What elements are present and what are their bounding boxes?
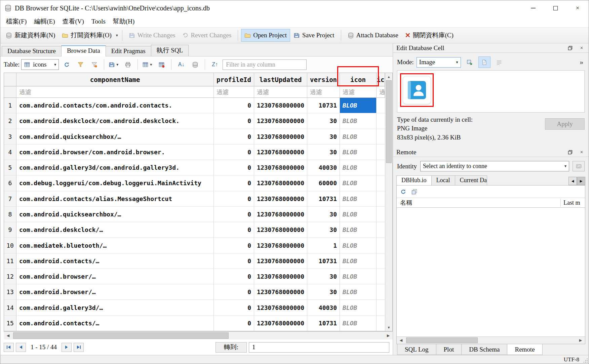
- cell-componentName[interactable]: com.android.browser/…: [16, 269, 214, 284]
- table-row[interactable]: 1 com.android.contacts/com.android.conta…: [4, 98, 385, 113]
- last-record-button[interactable]: [74, 343, 84, 352]
- import-data-button[interactable]: [464, 56, 476, 68]
- cell-icon[interactable]: BLOB: [340, 284, 377, 300]
- remote-tab-current-database[interactable]: Current Dat: [455, 175, 487, 185]
- cell-version[interactable]: 30: [307, 284, 340, 300]
- cell-profileId[interactable]: 0: [214, 129, 254, 145]
- cell-lastUpdated[interactable]: 1230768000000: [254, 207, 307, 222]
- new-database-button[interactable]: 新建資料庫(N): [2, 28, 58, 42]
- table-select[interactable]: icons ▾: [21, 59, 59, 70]
- cell-componentName[interactable]: com.android.browser/com.android.browser.: [16, 145, 214, 160]
- open-project-button[interactable]: Open Project: [241, 29, 290, 42]
- cell-lastUpdated[interactable]: 1230768000000: [254, 316, 307, 331]
- cell-icon[interactable]: BLOB: [340, 316, 377, 331]
- cell-icon[interactable]: BLOB: [340, 145, 377, 160]
- remote-refresh-button[interactable]: [400, 189, 406, 195]
- filter-partial[interactable]: 過濾: [377, 86, 385, 98]
- cell-icon[interactable]: BLOB: [340, 238, 377, 253]
- row-number-cell[interactable]: 13: [4, 284, 16, 300]
- cell-lastUpdated[interactable]: 1230768000000: [254, 191, 307, 207]
- scroll-right-button[interactable]: ▶: [576, 338, 585, 342]
- resize-grip[interactable]: [583, 358, 588, 363]
- cell-icon[interactable]: BLOB: [340, 160, 377, 175]
- cell-componentName[interactable]: com.android.gallery3d/…: [16, 300, 214, 315]
- apply-button[interactable]: Apply: [545, 118, 585, 130]
- row-number-cell[interactable]: 7: [4, 191, 16, 207]
- column-header-profileId[interactable]: profileId: [214, 73, 254, 86]
- row-number-cell[interactable]: 5: [4, 160, 16, 175]
- cell-profileId[interactable]: 0: [214, 284, 254, 300]
- close-panel-button[interactable]: ×: [578, 45, 585, 51]
- tab-browse-data[interactable]: Browse Data: [61, 45, 106, 56]
- filter-lastUpdated[interactable]: 過濾: [254, 86, 307, 98]
- table-row[interactable]: 11 com.android.contacts/… 0 123076800000…: [4, 253, 385, 269]
- cell-version[interactable]: 30: [307, 145, 340, 160]
- maximize-button[interactable]: [544, 0, 566, 16]
- cell-componentName[interactable]: com.android.gallery3d/com.android.galler…: [16, 160, 214, 175]
- table-row[interactable]: 8 com.android.quicksearchbox/… 0 1230768…: [4, 207, 385, 222]
- scroll-right-button[interactable]: ▶: [384, 333, 393, 338]
- next-record-button[interactable]: [62, 343, 72, 352]
- row-number-cell[interactable]: 4: [4, 145, 16, 160]
- insert-record-button[interactable]: ▾: [142, 59, 154, 70]
- revert-changes-button[interactable]: Revert Changes: [179, 29, 235, 42]
- horizontal-scroll-thumb[interactable]: [406, 337, 478, 343]
- cell-componentName[interactable]: com.android.browser/…: [16, 284, 214, 300]
- cell-componentName[interactable]: com.android.deskclock/…: [16, 222, 214, 238]
- remote-tab-dbhub[interactable]: DBHub.io: [396, 175, 432, 185]
- cell-profileId[interactable]: 0: [214, 238, 254, 253]
- horizontal-scroll-track[interactable]: [12, 332, 384, 339]
- row-number-cell[interactable]: 9: [4, 222, 16, 238]
- open-database-dropdown[interactable]: ▾: [115, 33, 119, 38]
- cell-icon[interactable]: BLOB: [340, 253, 377, 269]
- row-number-cell[interactable]: 8: [4, 207, 16, 222]
- remote-clone-button[interactable]: [411, 189, 418, 195]
- table-row[interactable]: 12 com.android.browser/… 0 1230768000000…: [4, 269, 385, 284]
- cell-version[interactable]: 10731: [307, 316, 340, 331]
- table-row[interactable]: 13 com.android.browser/… 0 1230768000000…: [4, 284, 385, 300]
- cell-lastUpdated[interactable]: 1230768000000: [254, 113, 307, 129]
- cell-version[interactable]: 10731: [307, 253, 340, 269]
- remote-tab-local[interactable]: Local: [431, 175, 455, 185]
- remote-column-name[interactable]: 名稱: [397, 199, 561, 207]
- cell-componentName[interactable]: com.android.deskclock/com.android.deskcl…: [16, 113, 214, 129]
- filter-profileId[interactable]: 過濾: [214, 86, 254, 98]
- cell-profileId[interactable]: 0: [214, 316, 254, 331]
- cell-version[interactable]: 60000: [307, 175, 340, 191]
- cell-version[interactable]: 30: [307, 207, 340, 222]
- cell-version[interactable]: 40030: [307, 160, 340, 175]
- vertical-scrollbar[interactable]: ▲ ▼: [385, 73, 392, 331]
- menu-edit[interactable]: 編輯(E): [30, 16, 58, 27]
- column-header-icon[interactable]: icon: [340, 73, 377, 86]
- cell-profileId[interactable]: 0: [214, 207, 254, 222]
- cell-lastUpdated[interactable]: 1230768000000: [254, 175, 307, 191]
- column-header-partial[interactable]: ic: [377, 73, 385, 86]
- cell-componentName[interactable]: com.android.quicksearchbox/…: [16, 129, 214, 145]
- cell-lastUpdated[interactable]: 1230768000000: [254, 145, 307, 160]
- filter-icon[interactable]: 過濾: [340, 86, 377, 98]
- save-view-button[interactable]: ▾: [108, 59, 120, 70]
- scroll-down-button[interactable]: ▼: [385, 324, 392, 331]
- cell-icon[interactable]: BLOB: [340, 98, 377, 113]
- mode-select[interactable]: Image ▾: [417, 57, 461, 68]
- open-database-button[interactable]: 打開資料庫(O): [58, 28, 115, 42]
- cell-componentName[interactable]: com.android.contacts/…: [16, 253, 214, 269]
- global-filter-input[interactable]: [223, 59, 307, 70]
- row-number-cell[interactable]: 2: [4, 113, 16, 129]
- table-row[interactable]: 2 com.android.deskclock/com.android.desk…: [4, 113, 385, 129]
- cell-lastUpdated[interactable]: 1230768000000: [254, 300, 307, 315]
- table-row[interactable]: 6 com.debug.loggerui/com.debug.loggerui.…: [4, 175, 385, 191]
- cell-icon[interactable]: BLOB: [340, 175, 377, 191]
- cell-version[interactable]: 1: [307, 238, 340, 253]
- filter-version[interactable]: 過濾: [307, 86, 340, 98]
- refresh-button[interactable]: [61, 59, 73, 70]
- tab-execute-sql[interactable]: 執行 SQL: [151, 45, 189, 56]
- cell-profileId[interactable]: 0: [214, 145, 254, 160]
- remote-horizontal-scrollbar[interactable]: ◀ ▶: [397, 336, 585, 344]
- first-record-button[interactable]: [4, 343, 14, 352]
- cell-profileId[interactable]: 0: [214, 300, 254, 315]
- cell-version[interactable]: 30: [307, 222, 340, 238]
- close-panel-button[interactable]: ×: [578, 149, 585, 156]
- table-row[interactable]: 5 com.android.gallery3d/com.android.gall…: [4, 160, 385, 175]
- cell-icon[interactable]: BLOB: [340, 269, 377, 284]
